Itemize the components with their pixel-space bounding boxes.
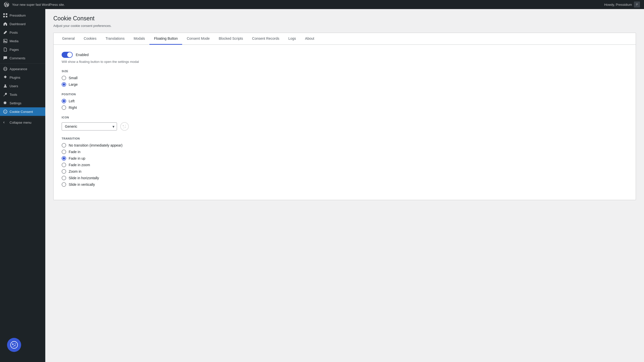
transition-zoomin-radio[interactable]	[62, 169, 66, 174]
transition-slidehorizontally-option[interactable]: Slide in horizontally	[62, 176, 628, 180]
svg-point-25	[15, 343, 16, 344]
size-small-label: Small	[69, 76, 77, 80]
transition-fadein-option[interactable]: Fade in	[62, 150, 628, 154]
sidebar-item-label: Pressidium	[10, 14, 26, 17]
transition-fadeinup-radio[interactable]	[62, 156, 66, 161]
sidebar-divider-2	[0, 117, 45, 117]
sidebar-item-plugins[interactable]: Plugins	[0, 73, 45, 82]
svg-point-19	[124, 128, 124, 128]
sidebar-item-posts[interactable]: Posts	[0, 28, 45, 37]
svg-point-23	[14, 345, 15, 346]
admin-bar-left: Your new super fast WordPress site.	[4, 2, 65, 7]
transition-slidevertically-option[interactable]: Slide in vertically	[62, 182, 628, 187]
tab-consent-mode[interactable]: Consent Mode	[182, 33, 214, 45]
svg-point-20	[125, 125, 126, 126]
position-right-radio[interactable]	[62, 105, 66, 110]
sidebar-item-pages[interactable]: Pages	[0, 45, 45, 54]
position-left-option[interactable]: Left	[62, 99, 628, 103]
puzzle-icon	[3, 75, 8, 80]
wordpress-logo-icon	[4, 2, 9, 7]
sidebar-item-label: Appearance	[10, 67, 27, 71]
transition-slidevertically-radio[interactable]	[62, 182, 66, 187]
transition-slidehorizontally-radio[interactable]	[62, 176, 66, 180]
enabled-toggle[interactable]	[62, 52, 73, 58]
admin-bar-greeting: Howdy, Pressidium	[604, 3, 632, 7]
svg-point-9	[4, 69, 5, 70]
sidebar-item-users[interactable]: Users	[0, 82, 45, 90]
collapse-menu-button[interactable]: Collapse menu	[0, 118, 45, 127]
transition-fadein-radio[interactable]	[62, 150, 66, 154]
sidebar-item-comments[interactable]: Comments	[0, 54, 45, 62]
tab-floating-button[interactable]: Floating Button	[149, 33, 182, 45]
tab-cookies[interactable]: Cookies	[79, 33, 101, 45]
collapse-menu-label: Collapse menu	[10, 121, 31, 124]
cookie-icon	[3, 109, 8, 114]
svg-point-24	[13, 346, 14, 347]
size-large-radio[interactable]	[62, 82, 66, 87]
position-right-option[interactable]: Right	[62, 105, 628, 110]
transition-none-option[interactable]: No transition (immediately appear)	[62, 143, 628, 148]
sidebar-item-label: Plugins	[10, 76, 20, 79]
tab-translations[interactable]: Translations	[101, 33, 129, 45]
svg-point-18	[125, 127, 126, 128]
tab-about[interactable]: About	[301, 33, 319, 45]
svg-rect-4	[4, 39, 7, 43]
svg-point-26	[15, 344, 16, 345]
tab-blocked-scripts[interactable]: Blocked Scripts	[214, 33, 248, 45]
enabled-label: Enabled	[76, 53, 89, 57]
sidebar-item-label: Dashboard	[10, 22, 26, 26]
transition-fadeinzoom-label: Fade in zoom	[69, 163, 90, 167]
user-icon	[3, 84, 8, 88]
position-right-label: Right	[69, 106, 77, 110]
sidebar-item-label: Comments	[10, 56, 25, 60]
size-radio-group: Small Large	[62, 76, 628, 87]
transition-radio-group: No transition (immediately appear) Fade …	[62, 143, 628, 187]
size-large-option[interactable]: Large	[62, 82, 628, 87]
svg-point-8	[6, 68, 7, 69]
position-left-radio[interactable]	[62, 99, 66, 103]
tab-consent-records[interactable]: Consent Records	[248, 33, 284, 45]
icon-section-label: ICON	[62, 116, 628, 119]
tabs-container: General Cookies Translations Modals Floa…	[54, 33, 636, 45]
transition-fadeinzoom-option[interactable]: Fade in zoom	[62, 163, 628, 167]
sidebar-item-label: Tools	[10, 93, 17, 97]
page-subtitle: Adjust your cookie consent preferences.	[53, 24, 636, 28]
icon-preview	[120, 122, 129, 131]
svg-point-11	[5, 84, 6, 86]
tab-modals[interactable]: Modals	[129, 33, 149, 45]
svg-point-7	[4, 68, 5, 69]
floating-cookie-button[interactable]	[7, 338, 21, 352]
sidebar-item-settings[interactable]: Settings	[0, 99, 45, 107]
tab-logs[interactable]: Logs	[284, 33, 300, 45]
transition-slidevertically-label: Slide in vertically	[69, 183, 95, 187]
size-section-label: SIZE	[62, 70, 628, 73]
transition-fadeinzoom-radio[interactable]	[62, 163, 66, 167]
chat-icon	[3, 56, 8, 60]
gear-icon	[3, 101, 8, 105]
transition-none-radio[interactable]	[62, 143, 66, 148]
sidebar-item-dashboard[interactable]: Dashboard	[0, 20, 45, 28]
icon-select[interactable]: Generic Classic Modern Shield	[62, 122, 117, 130]
home-icon	[3, 22, 8, 26]
file-icon	[3, 47, 8, 52]
sidebar-item-tools[interactable]: Tools	[0, 90, 45, 99]
sidebar-item-label: Cookie Consent	[10, 110, 33, 114]
sidebar-item-pressidium[interactable]: Pressidium	[0, 11, 45, 20]
sidebar-item-cookie-consent[interactable]: Cookie Consent	[0, 107, 45, 116]
svg-rect-1	[6, 13, 7, 15]
sidebar-item-label: Settings	[10, 101, 21, 105]
transition-zoomin-option[interactable]: Zoom in	[62, 169, 628, 174]
svg-rect-0	[3, 13, 5, 15]
tab-card: General Cookies Translations Modals Floa…	[53, 33, 636, 200]
admin-bar-right: Howdy, Pressidium P	[604, 2, 640, 8]
sidebar-item-appearance[interactable]: Appearance	[0, 65, 45, 73]
tab-general[interactable]: General	[58, 33, 79, 45]
size-small-radio[interactable]	[62, 76, 66, 80]
svg-rect-2	[3, 16, 5, 17]
size-small-option[interactable]: Small	[62, 76, 628, 80]
content-area: Cookie Consent Adjust your cookie consen…	[45, 9, 644, 362]
svg-point-21	[11, 341, 18, 348]
svg-point-15	[5, 112, 5, 113]
sidebar-item-media[interactable]: Media	[0, 37, 45, 45]
transition-fadeinup-option[interactable]: Fade in up	[62, 156, 628, 161]
